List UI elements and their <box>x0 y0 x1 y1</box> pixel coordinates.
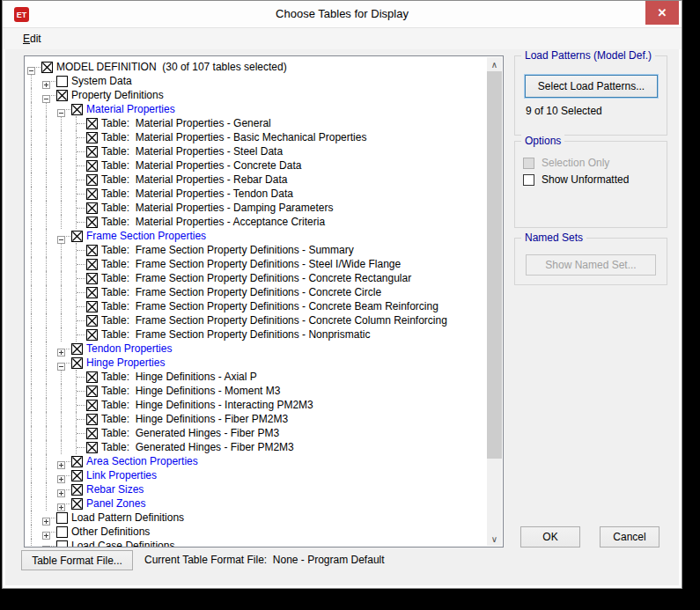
tree-item-label[interactable]: MODEL DEFINITION (30 of 107 tables selec… <box>56 60 287 74</box>
tree-checkbox-unchecked[interactable] <box>56 540 68 547</box>
tree-expander-plus-icon[interactable] <box>57 499 65 507</box>
tree-checkbox-checked[interactable] <box>71 103 83 114</box>
tree-item-label[interactable]: Area Section Properties <box>86 454 198 468</box>
tree-item-label[interactable]: Table: Frame Section Property Definition… <box>101 313 447 327</box>
tree-item[interactable]: Table: Material Properties - Damping Par… <box>26 201 487 215</box>
tree-checkbox-checked[interactable] <box>71 469 83 481</box>
tree-item-label[interactable]: Table: Generated Hinges - Fiber PM3 <box>101 426 279 440</box>
tree-checkbox-checked[interactable] <box>86 385 98 396</box>
tree-item[interactable]: Load Pattern Definitions <box>26 511 487 525</box>
tree-item[interactable]: Table: Generated Hinges - Fiber PM3 <box>26 426 487 440</box>
tree-expander-plus-icon[interactable] <box>57 471 65 479</box>
tree-item-label[interactable]: Table: Frame Section Property Definition… <box>101 243 354 257</box>
tables-tree[interactable]: MODEL DEFINITION (30 of 107 tables selec… <box>24 55 504 548</box>
tree-item-label[interactable]: Table: Hinge Definitions - Axial P <box>101 370 257 384</box>
tree-item[interactable]: Load Case Definitions <box>26 539 487 547</box>
tree-item[interactable]: Table: Material Properties - General <box>26 116 487 130</box>
tree-expander-minus-icon[interactable] <box>57 105 65 113</box>
tree-item-label[interactable]: Table: Material Properties - Tendon Data <box>101 187 293 201</box>
tree-item-label[interactable]: System Data <box>71 74 132 88</box>
tree-item[interactable]: Table: Material Properties - Acceptance … <box>26 215 487 229</box>
tree-item[interactable]: Table: Material Properties - Basic Mecha… <box>26 130 487 144</box>
tree-item-label[interactable]: Other Definitions <box>71 525 150 539</box>
tree-expander-plus-icon[interactable] <box>42 527 50 535</box>
tree-item[interactable]: Link Properties <box>26 468 487 482</box>
tree-item-label[interactable]: Hinge Properties <box>86 356 165 370</box>
tree-scrollbar[interactable]: ∧ ∨ <box>487 57 502 546</box>
tree-checkbox-checked[interactable] <box>86 187 98 199</box>
tree-item-label[interactable]: Table: Material Properties - Rebar Data <box>101 173 287 187</box>
tree-item-label[interactable]: Table: Hinge Definitions - Moment M3 <box>101 384 280 398</box>
cancel-button[interactable]: Cancel <box>600 526 659 548</box>
tree-expander-minus-icon[interactable] <box>57 232 65 239</box>
tree-checkbox-checked[interactable] <box>86 314 98 326</box>
tree-item-label[interactable]: Property Definitions <box>71 88 164 102</box>
tree-item[interactable]: Material Properties <box>26 102 487 116</box>
table-format-file-button[interactable]: Table Format File... <box>21 550 133 570</box>
tree-item-label[interactable]: Table: Hinge Definitions - Fiber PM2M3 <box>101 412 288 426</box>
tree-checkbox-checked[interactable] <box>86 173 98 185</box>
tree-checkbox-checked[interactable] <box>71 342 83 354</box>
tree-checkbox-checked[interactable] <box>86 286 98 298</box>
tree-item-label[interactable]: Table: Material Properties - Concrete Da… <box>101 158 301 173</box>
menu-edit[interactable]: Edit <box>15 28 49 50</box>
tree-item[interactable]: Rebar Sizes <box>26 482 487 496</box>
tree-expander-plus-icon[interactable] <box>42 541 50 547</box>
tree-item-label[interactable]: Rebar Sizes <box>86 482 144 496</box>
tree-expander-plus-icon[interactable] <box>57 485 65 493</box>
tree-item[interactable]: Table: Frame Section Property Definition… <box>26 313 487 327</box>
tree-item[interactable]: Table: Material Properties - Steel Data <box>26 144 487 158</box>
tree-expander-minus-icon[interactable] <box>57 358 65 366</box>
tree-item[interactable]: Table: Hinge Definitions - Interacting P… <box>26 398 487 412</box>
tree-checkbox-checked[interactable] <box>86 145 98 157</box>
tree-checkbox-checked[interactable] <box>71 483 83 495</box>
tree-checkbox-checked[interactable] <box>86 427 98 438</box>
tree-item[interactable]: Table: Hinge Definitions - Moment M3 <box>26 384 487 398</box>
tree-checkbox-checked[interactable] <box>86 413 98 424</box>
tree-item-label[interactable]: Table: Frame Section Property Definition… <box>101 327 370 342</box>
scrollbar-thumb[interactable] <box>487 71 502 459</box>
tree-expander-plus-icon[interactable] <box>57 344 65 352</box>
tree-checkbox-checked[interactable] <box>86 131 98 143</box>
tree-item[interactable]: Table: Material Properties - Tendon Data <box>26 187 487 201</box>
tree-item[interactable]: Table: Frame Section Property Definition… <box>26 299 487 313</box>
tree-item-label[interactable]: Table: Generated Hinges - Fiber PM2M3 <box>101 440 294 454</box>
tree-item-label[interactable]: Table: Material Properties - Acceptance … <box>101 215 325 229</box>
tree-item[interactable]: Table: Frame Section Property Definition… <box>26 257 487 271</box>
scrollbar-down-icon[interactable]: ∨ <box>487 532 502 546</box>
tree-item-label[interactable]: Table: Frame Section Property Definition… <box>101 299 438 313</box>
tree-item-label[interactable]: Table: Frame Section Property Definition… <box>101 285 381 299</box>
tree-checkbox-unchecked[interactable] <box>56 511 68 523</box>
tree-item-label[interactable]: Material Properties <box>86 102 175 116</box>
tree-checkbox-checked[interactable] <box>86 244 98 255</box>
tree-checkbox-checked[interactable] <box>41 61 53 72</box>
tree-item-label[interactable]: Table: Material Properties - General <box>101 116 271 130</box>
ok-button[interactable]: OK <box>520 526 580 548</box>
scrollbar-up-icon[interactable]: ∧ <box>487 57 502 71</box>
tree-item[interactable]: Tendon Properties <box>26 342 487 356</box>
tree-checkbox-checked[interactable] <box>71 455 83 467</box>
tree-item[interactable]: Table: Hinge Definitions - Axial P <box>26 370 487 384</box>
tree-checkbox-checked[interactable] <box>86 272 98 283</box>
tree-checkbox-checked[interactable] <box>86 258 98 269</box>
tree-expander-plus-icon[interactable] <box>42 513 50 521</box>
tree-checkbox-checked[interactable] <box>86 328 98 340</box>
tree-item-label[interactable]: Table: Material Properties - Steel Data <box>101 144 283 158</box>
tree-item-label[interactable]: Table: Material Properties - Damping Par… <box>101 201 333 215</box>
tree-checkbox-checked[interactable] <box>71 497 83 509</box>
tree-item[interactable]: Other Definitions <box>26 525 487 539</box>
tree-checkbox-checked[interactable] <box>56 89 68 100</box>
tree-item-label[interactable]: Table: Frame Section Property Definition… <box>101 271 411 285</box>
tree-item-label[interactable]: Load Pattern Definitions <box>71 511 184 525</box>
close-button[interactable]: ✕ <box>645 1 679 25</box>
tree-checkbox-checked[interactable] <box>86 216 98 227</box>
tree-item[interactable]: Table: Frame Section Property Definition… <box>26 285 487 299</box>
tree-item[interactable]: Frame Section Properties <box>26 229 487 243</box>
tree-item-label[interactable]: Table: Material Properties - Basic Mecha… <box>101 130 366 144</box>
tree-item-label[interactable]: Table: Frame Section Property Definition… <box>101 257 401 271</box>
tree-checkbox-checked[interactable] <box>86 300 98 312</box>
tree-expander-minus-icon[interactable] <box>27 62 35 70</box>
tree-item[interactable]: Table: Material Properties - Rebar Data <box>26 173 487 187</box>
tree-item[interactable]: Table: Hinge Definitions - Fiber PM2M3 <box>26 412 487 426</box>
tree-item-label[interactable]: Link Properties <box>86 468 157 482</box>
